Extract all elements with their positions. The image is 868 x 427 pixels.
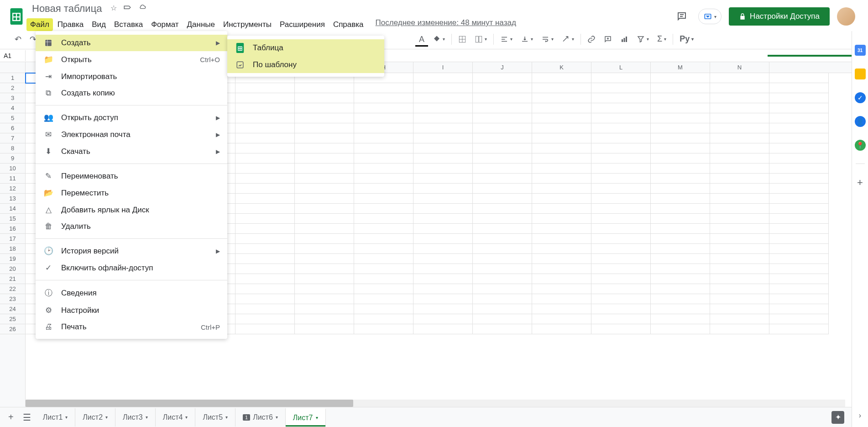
cell[interactable] <box>769 234 829 244</box>
col-header[interactable]: N <box>710 62 769 73</box>
cell[interactable] <box>591 244 651 254</box>
cell[interactable] <box>769 93 829 103</box>
row-header[interactable]: 17 <box>0 234 25 244</box>
cell[interactable] <box>710 244 769 254</box>
cell[interactable] <box>710 264 769 274</box>
last-edit-link[interactable]: Последнее изменение: 48 минут назад <box>376 18 516 31</box>
sheets-logo[interactable] <box>7 7 26 26</box>
cell[interactable] <box>651 153 710 163</box>
cell[interactable] <box>710 214 769 224</box>
cell[interactable] <box>532 324 591 334</box>
py-button[interactable]: Py <box>676 32 697 47</box>
cell[interactable] <box>473 244 532 254</box>
menu-format[interactable]: Формат <box>147 18 182 31</box>
cell[interactable] <box>354 204 413 214</box>
cell[interactable] <box>413 204 473 214</box>
cell[interactable] <box>413 224 473 234</box>
cell[interactable] <box>235 83 295 93</box>
fm-delete[interactable]: 🗑Удалить <box>36 218 227 235</box>
cell[interactable] <box>295 153 354 163</box>
cell[interactable] <box>591 254 651 264</box>
menu-file[interactable]: Файл <box>26 18 53 31</box>
cell[interactable] <box>532 163 591 174</box>
cell[interactable] <box>295 93 354 103</box>
cell[interactable] <box>413 294 473 304</box>
fm-share[interactable]: 👥Открыть доступ▶ <box>36 109 227 126</box>
cell[interactable] <box>710 174 769 184</box>
cell[interactable] <box>413 153 473 163</box>
row-header[interactable]: 23 <box>0 294 25 304</box>
cell[interactable] <box>295 184 354 194</box>
cell[interactable] <box>354 314 413 324</box>
row-header[interactable]: 24 <box>0 304 25 314</box>
cell[interactable] <box>710 153 769 163</box>
cell[interactable] <box>354 153 413 163</box>
cell[interactable] <box>710 274 769 284</box>
cell[interactable] <box>591 73 651 83</box>
cell[interactable] <box>769 133 829 143</box>
cell[interactable] <box>651 93 710 103</box>
cell[interactable] <box>354 264 413 274</box>
cell[interactable] <box>651 174 710 184</box>
cell[interactable] <box>591 264 651 274</box>
cell[interactable] <box>235 194 295 204</box>
fm-offline[interactable]: ✓Включить офлайн-доступ <box>36 259 227 276</box>
row-header[interactable]: 6 <box>0 123 25 133</box>
col-header[interactable]: M <box>651 62 710 73</box>
cell[interactable] <box>235 244 295 254</box>
cell[interactable] <box>532 194 591 204</box>
keep-icon[interactable] <box>855 69 866 79</box>
all-sheets-button[interactable]: ☰ <box>18 408 36 427</box>
cell[interactable] <box>413 123 473 133</box>
cell[interactable] <box>651 204 710 214</box>
cell[interactable] <box>769 204 829 214</box>
cell[interactable] <box>532 73 591 83</box>
cell[interactable] <box>769 304 829 314</box>
cell[interactable] <box>235 153 295 163</box>
cell[interactable] <box>591 133 651 143</box>
cell[interactable] <box>354 194 413 204</box>
cell[interactable] <box>413 194 473 204</box>
menu-data[interactable]: Данные <box>183 18 219 31</box>
cell[interactable] <box>710 254 769 264</box>
text-color-button[interactable]: A <box>415 32 428 47</box>
cell[interactable] <box>710 184 769 194</box>
cell[interactable] <box>413 284 473 294</box>
cell[interactable] <box>413 73 473 83</box>
cell[interactable] <box>532 184 591 194</box>
cell[interactable] <box>532 204 591 214</box>
cell[interactable] <box>413 234 473 244</box>
fm-open[interactable]: 📁ОткрытьCtrl+O <box>36 51 227 68</box>
cell[interactable] <box>473 83 532 93</box>
cell[interactable] <box>710 133 769 143</box>
rotate-button[interactable] <box>558 32 578 46</box>
cell[interactable] <box>235 204 295 214</box>
halign-button[interactable] <box>497 32 516 46</box>
undo-button[interactable]: ↶ <box>11 32 25 47</box>
row-header[interactable]: 1 <box>0 73 25 83</box>
cell[interactable] <box>591 103 651 113</box>
cell[interactable] <box>235 174 295 184</box>
row-header[interactable]: 18 <box>0 244 25 254</box>
functions-button[interactable]: Σ <box>654 32 670 47</box>
cell[interactable] <box>354 163 413 174</box>
cell[interactable] <box>473 93 532 103</box>
cell[interactable] <box>710 103 769 113</box>
fm-copy[interactable]: ⧉Создать копию <box>36 85 227 101</box>
cell[interactable] <box>235 123 295 133</box>
cell[interactable] <box>769 174 829 184</box>
cell[interactable] <box>295 304 354 314</box>
cell[interactable] <box>473 123 532 133</box>
cell[interactable] <box>710 163 769 174</box>
cell[interactable] <box>354 254 413 264</box>
row-header[interactable]: 25 <box>0 314 25 324</box>
menu-help[interactable]: Справка <box>329 18 367 31</box>
cell-reference[interactable]: A1 <box>0 50 26 61</box>
cell[interactable] <box>235 234 295 244</box>
row-header[interactable]: 7 <box>0 133 25 143</box>
cell[interactable] <box>591 83 651 93</box>
cell[interactable] <box>532 314 591 324</box>
fm-rename[interactable]: ✎Переименовать <box>36 168 227 185</box>
horizontal-scrollbar[interactable] <box>26 400 845 407</box>
cell[interactable] <box>651 274 710 284</box>
